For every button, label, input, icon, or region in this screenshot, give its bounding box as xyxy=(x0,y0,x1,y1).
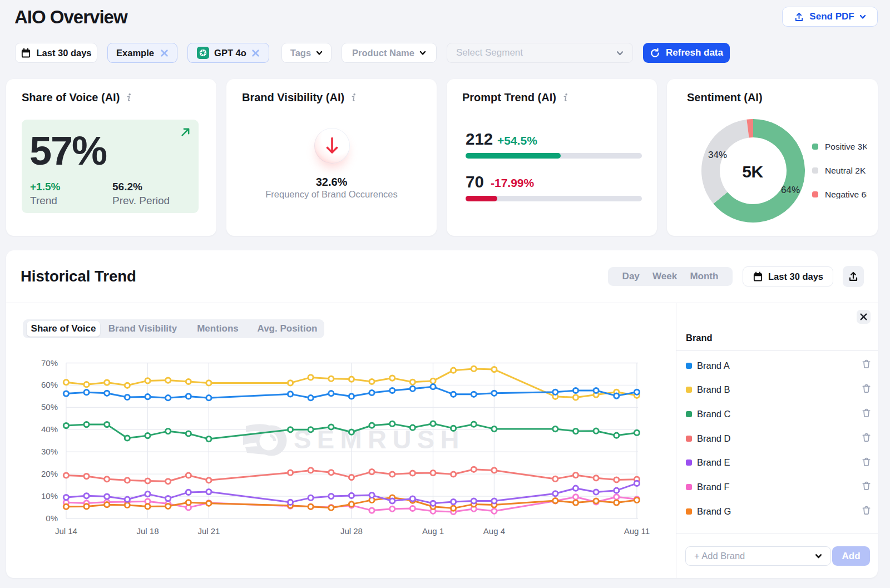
svg-text:40%: 40% xyxy=(41,424,58,434)
svg-text:20%: 20% xyxy=(41,469,58,478)
svg-text:10%: 10% xyxy=(41,491,58,501)
svg-text:70%: 70% xyxy=(41,358,58,368)
svg-text:60%: 60% xyxy=(41,380,58,389)
svg-text:Jul 21: Jul 21 xyxy=(197,526,220,536)
svg-text:50%: 50% xyxy=(41,402,58,412)
svg-text:30%: 30% xyxy=(41,447,58,456)
svg-text:Jul 18: Jul 18 xyxy=(136,526,159,536)
svg-text:Jul 14: Jul 14 xyxy=(55,526,77,536)
svg-text:Aug 11: Aug 11 xyxy=(624,526,650,536)
svg-text:Aug 4: Aug 4 xyxy=(483,526,505,536)
svg-text:Jul 28: Jul 28 xyxy=(340,526,363,536)
svg-text:0%: 0% xyxy=(46,513,58,523)
svg-text:Aug 1: Aug 1 xyxy=(422,526,444,536)
